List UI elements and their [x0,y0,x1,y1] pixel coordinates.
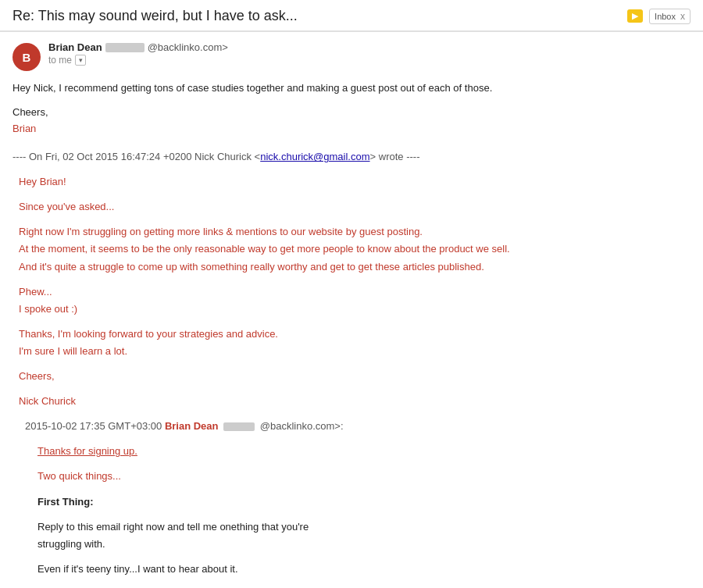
nick-spoke: I spoke out :) [19,303,77,315]
message-area: B Brian Dean @backlinko.com> to me ▾ Hey… [0,32,703,588]
nick-hey: Hey Brian! [19,173,691,191]
avatar: B [12,43,41,71]
nick-name: Nick Churick [19,393,691,410]
nick-quoted-block: Hey Brian! Since you've asked... Right n… [19,173,691,588]
nested-quote-header: 2015-10-02 17:35 GMT+03:00 Brian Dean @b… [25,418,691,435]
inbox-label: Inbox [655,12,676,21]
nick-cheers: Cheers, [19,368,691,385]
nick-para1-line1: Right now I'm struggling on getting more… [19,226,423,237]
sender-row: B Brian Dean @backlinko.com> to me ▾ [12,41,691,71]
inbox-badge: Inbox x [649,9,691,24]
nested-domain: @backlinko.com>: [260,420,344,432]
sender-email-blurred [105,43,145,52]
label-tag[interactable]: ▶ [627,9,643,23]
sender-name-row: Brian Dean @backlinko.com> [48,41,691,53]
body-greeting: Hey Nick, I recommend getting tons of ca… [12,80,691,97]
nick-learn: I'm sure I will learn a lot. [19,345,127,357]
nick-para2: Phew... I spoke out :) [19,283,691,318]
nick-phew: Phew... [19,286,52,298]
cheers-text: Cheers, [12,106,48,118]
nested-quote: 2015-10-02 17:35 GMT+03:00 Brian Dean @b… [25,418,691,588]
email-body: Hey Nick, I recommend getting tons of ca… [12,80,691,588]
sender-info: Brian Dean @backlinko.com> to me ▾ [48,41,691,66]
nick-para1-line3: And it's quite a struggle to come up wit… [19,261,484,273]
divider-text: ---- On Fri, 02 Oct 2015 16:47:24 +0200 … [12,151,260,162]
inner-reply-line4: struggling with. [37,538,105,550]
sender-name: Brian Dean [48,41,102,53]
inner-reply: Reply to this email right now and tell m… [37,519,691,553]
nested-email-blurred [223,422,255,431]
nick-email-link[interactable]: nick.churick@gmail.com [260,151,369,162]
divider-line: ---- On Fri, 02 Oct 2015 16:47:24 +0200 … [12,149,691,166]
nick-thanks: Thanks, I'm looking forward to your stra… [19,328,278,340]
nick-para1-line2: At the moment, it seems to be the only r… [19,243,510,255]
nested-date: 2015-10-02 17:35 GMT+03:00 [25,420,162,432]
nested-brian-name: Brian Dean [165,420,219,432]
email-container: Re: This may sound weird, but I have to … [0,0,703,588]
nick-since: Since you've asked... [19,198,691,216]
brian-signature: Brian [12,123,36,134]
inner-teeny: Even if it's teeny tiny...I want to hear… [37,561,691,578]
email-subject: Re: This may sound weird, but I have to … [12,8,619,24]
nick-para3: Thanks, I'm looking forward to your stra… [19,326,691,360]
email-header: Re: This may sound weird, but I have to … [0,0,703,31]
nick-para1: Right now I'm struggling on getting more… [19,223,691,275]
close-icon[interactable]: x [680,11,685,22]
first-thing-label: First Thing: [37,496,94,508]
dropdown-arrow-icon[interactable]: ▾ [75,55,86,66]
inner-quote-body: Thanks for signing up. Two quick things.… [37,443,691,588]
inner-two-things: Two quick things... [37,468,691,485]
inner-reply-line3: Reply to this email right now and tell m… [37,521,309,533]
inner-first-thing: First Thing: [37,494,691,511]
divider-end: > wrote ---- [370,151,420,162]
body-cheers: Cheers, Brian [12,105,691,137]
sender-email-domain: @backlinko.com> [148,41,228,53]
inner-thanks: Thanks for signing up. [37,443,691,460]
to-me-label: to me [48,55,72,66]
to-me-row: to me ▾ [48,55,691,66]
inner-thanks-text: Thanks for signing up. [37,445,137,457]
